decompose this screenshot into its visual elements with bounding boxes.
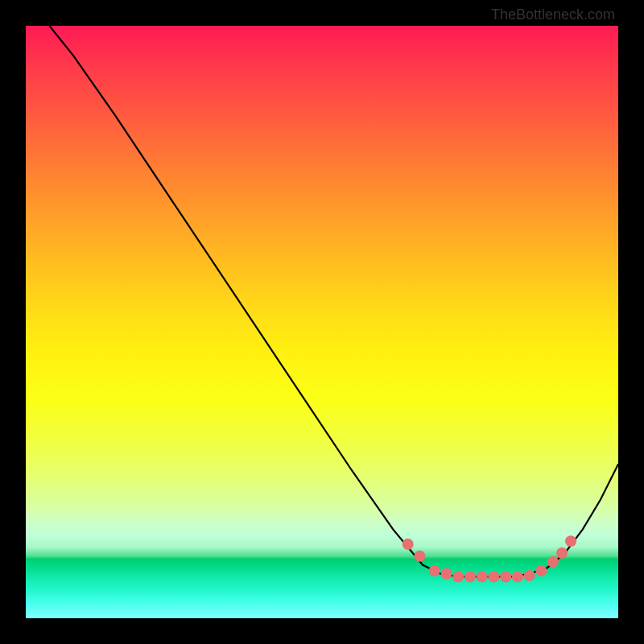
marker-dot — [464, 572, 476, 583]
marker-dot — [512, 572, 523, 583]
marker-dot — [402, 539, 414, 550]
curve-markers — [402, 535, 576, 582]
chart-overlay — [26, 26, 618, 618]
marker-dot — [524, 570, 535, 581]
watermark-text: TheBottleneck.com — [491, 6, 615, 23]
curve-line — [49, 26, 618, 577]
marker-dot — [414, 551, 425, 562]
marker-dot — [477, 572, 488, 583]
marker-dot — [500, 572, 511, 583]
marker-dot — [547, 556, 559, 568]
marker-dot — [535, 565, 547, 576]
marker-dot — [429, 565, 440, 576]
chart-container: TheBottleneck.com — [0, 0, 644, 644]
marker-dot — [452, 572, 464, 583]
marker-dot — [556, 547, 568, 559]
marker-dot — [488, 572, 499, 583]
marker-dot — [565, 535, 576, 547]
marker-dot — [441, 568, 452, 580]
